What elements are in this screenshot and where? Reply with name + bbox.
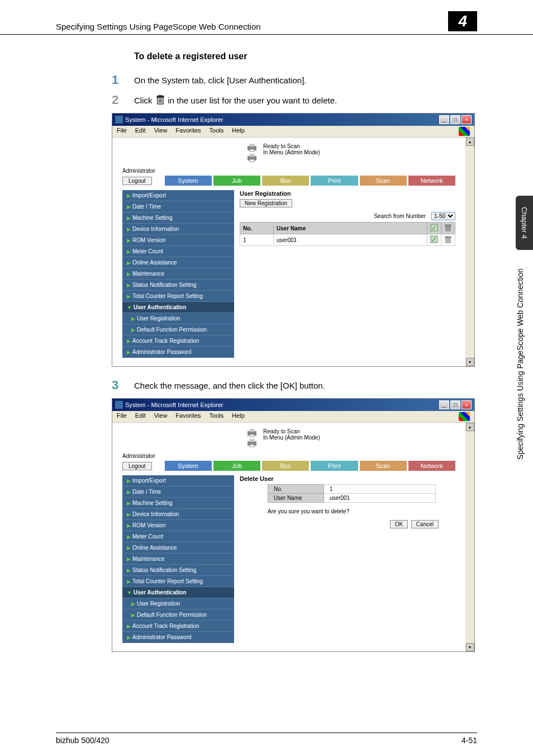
ie-icon [115, 116, 123, 124]
scrollbar[interactable]: ▴ ▾ [465, 138, 474, 366]
tab-network[interactable]: Network [408, 176, 455, 186]
edit-icon[interactable] [430, 235, 438, 243]
sidebar-machine-setting[interactable]: ▶Machine Setting [122, 498, 234, 509]
sidebar-date-time[interactable]: ▶Date / Time [122, 201, 234, 212]
sidebar-total-counter[interactable]: ▶Total Counter Report Setting [122, 291, 234, 302]
sidebar-import-export[interactable]: ▶Import/Export [122, 475, 234, 486]
sidebar-rom-version[interactable]: ▶ROM Version [122, 520, 234, 531]
sidebar-device-info[interactable]: ▶Device Information [122, 224, 234, 235]
menu-view[interactable]: View [154, 412, 168, 421]
section-heading: To delete a registered user [134, 51, 533, 62]
maximize-button[interactable]: □ [450, 115, 460, 124]
sidebar-default-func[interactable]: ▶Default Function Permission [122, 324, 234, 336]
sidebar-machine-setting[interactable]: ▶Machine Setting [122, 212, 234, 224]
sidebar-account-track[interactable]: ▶Account Track Registration [122, 621, 234, 632]
scroll-up-icon[interactable]: ▴ [466, 423, 474, 431]
menu-favorites[interactable]: Favorites [175, 412, 201, 421]
arrow-right-icon: ▶ [127, 523, 131, 528]
tab-box[interactable]: Box [262, 461, 309, 471]
tab-system[interactable]: System [165, 461, 212, 471]
sidebar-status-notif[interactable]: ▶Status Notification Setting [122, 280, 234, 291]
svg-rect-8 [250, 149, 254, 152]
tab-job[interactable]: Job [213, 176, 260, 186]
tab-box[interactable]: Box [262, 176, 309, 186]
sidebar-online-assist[interactable]: ▶Online Assistance [122, 542, 234, 554]
sidebar-default-func[interactable]: ▶Default Function Permission [122, 609, 234, 621]
tab-scan[interactable]: Scan [360, 461, 407, 471]
sidebar-import-export[interactable]: ▶Import/Export [122, 190, 234, 201]
tab-print[interactable]: Print [311, 461, 358, 471]
edit-icon[interactable] [430, 224, 438, 231]
menu-view[interactable]: View [154, 127, 168, 136]
col-delete [441, 223, 455, 234]
tab-system[interactable]: System [165, 176, 212, 186]
tab-scan[interactable]: Scan [360, 176, 407, 186]
sidebar-user-auth[interactable]: ▼User Authentication [122, 587, 234, 598]
arrow-right-icon: ▶ [127, 271, 131, 277]
arrow-right-icon: ▶ [127, 568, 131, 573]
scrollbar[interactable]: ▴ ▾ [465, 423, 474, 651]
arrow-down-icon: ▼ [127, 590, 132, 596]
scroll-down-icon[interactable]: ▾ [466, 358, 474, 366]
menu-file[interactable]: File [117, 412, 127, 421]
svg-rect-28 [249, 439, 255, 442]
sidebar-user-reg[interactable]: ▶User Registration [122, 598, 234, 609]
close-button[interactable]: × [461, 115, 472, 124]
scroll-up-icon[interactable]: ▴ [466, 138, 474, 146]
menu-tools[interactable]: Tools [210, 412, 224, 421]
sidebar-status-notif[interactable]: ▶Status Notification Setting [122, 565, 234, 576]
tab-job[interactable]: Job [213, 461, 260, 471]
sidebar-total-counter[interactable]: ▶Total Counter Report Setting [122, 576, 234, 587]
sidebar-online-assist[interactable]: ▶Online Assistance [122, 257, 234, 268]
step-3-number: 3 [112, 378, 134, 393]
svg-rect-11 [250, 159, 254, 162]
menu-help[interactable]: Help [232, 412, 245, 421]
minimize-button[interactable]: _ [439, 400, 449, 409]
step-3-text: Check the message, and then click the [O… [134, 381, 325, 390]
menu-help[interactable]: Help [232, 127, 245, 136]
menu-file[interactable]: File [117, 127, 127, 136]
sidebar-meter-count[interactable]: ▶Meter Count [122, 531, 234, 542]
sidebar-date-time[interactable]: ▶Date / Time [122, 486, 234, 498]
arrow-right-icon: ▶ [127, 556, 131, 562]
page-header: Specifying Settings Using PageScope Web … [0, 0, 533, 35]
windows-flag-icon [459, 412, 470, 421]
menu-tools[interactable]: Tools [210, 127, 224, 136]
sidebar-rom-version[interactable]: ▶ROM Version [122, 235, 234, 246]
tab-print[interactable]: Print [311, 176, 358, 186]
windows-flag-icon [459, 127, 470, 136]
sidebar-user-auth[interactable]: ▼User Authentication [122, 302, 234, 313]
maximize-button[interactable]: □ [450, 400, 460, 409]
sidebar-admin-pw[interactable]: ▶Administrator Password [122, 632, 234, 643]
ok-button[interactable]: OK [390, 520, 408, 528]
step-2-text: Click in the user list for the user you … [134, 95, 337, 105]
sidebar-user-reg[interactable]: ▶User Registration [122, 313, 234, 324]
search-range-select[interactable]: 1-50 [431, 212, 455, 220]
close-button[interactable]: × [461, 400, 472, 409]
menu-edit[interactable]: Edit [135, 412, 146, 421]
menu-favorites[interactable]: Favorites [175, 127, 201, 136]
sidebar-maintenance[interactable]: ▶Maintenance [122, 268, 234, 280]
scroll-down-icon[interactable]: ▾ [466, 643, 474, 651]
trash-icon[interactable] [444, 235, 452, 243]
cancel-button[interactable]: Cancel [411, 520, 439, 528]
arrow-right-icon: ▶ [127, 260, 131, 266]
arrow-right-icon: ▶ [127, 579, 131, 584]
sidebar-admin-pw[interactable]: ▶Administrator Password [122, 347, 234, 358]
sidebar-maintenance[interactable]: ▶Maintenance [122, 554, 234, 565]
menu-edit[interactable]: Edit [135, 127, 146, 136]
new-registration-button[interactable]: New Registration [240, 199, 292, 207]
logout-button[interactable]: Logout [122, 462, 152, 470]
content-heading-1: User Registration [240, 190, 455, 197]
step-2-number: 2 [112, 93, 134, 107]
footer-right: 4-51 [461, 736, 477, 745]
svg-rect-14 [445, 225, 451, 226]
minimize-button[interactable]: _ [439, 115, 449, 124]
sidebar-device-info[interactable]: ▶Device Information [122, 509, 234, 520]
sidebar-account-track[interactable]: ▶Account Track Registration [122, 336, 234, 347]
trash-icon[interactable] [444, 224, 452, 231]
search-label: Search from Number [374, 213, 426, 219]
logout-button[interactable]: Logout [122, 177, 152, 185]
tab-network[interactable]: Network [408, 461, 455, 471]
sidebar-meter-count[interactable]: ▶Meter Count [122, 246, 234, 257]
